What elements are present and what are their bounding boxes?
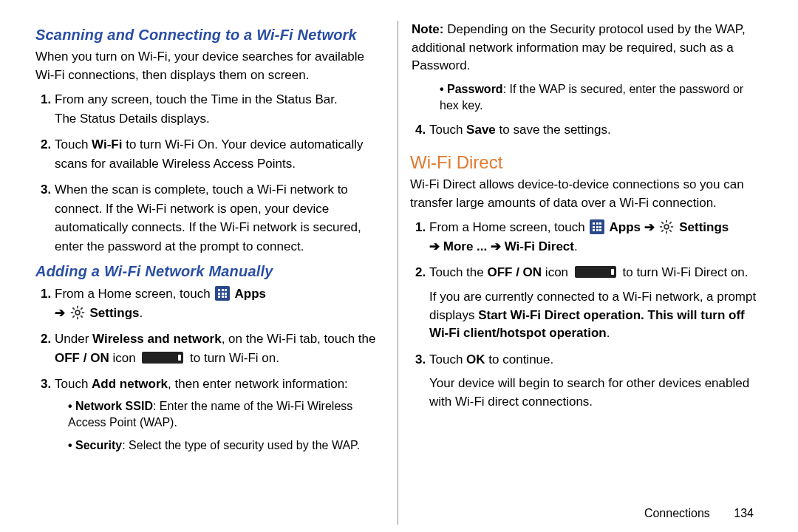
apps-icon <box>590 219 604 234</box>
heading-adding: Adding a Wi-Fi Network Manually <box>35 263 386 280</box>
apps-icon <box>215 286 230 301</box>
toggle-icon <box>142 352 183 364</box>
intro-scanning: When you turn on Wi-Fi, your device sear… <box>35 48 386 84</box>
note-block: Note: Depending on the Security protocol… <box>410 21 760 75</box>
add-step-3: Touch Add network, then enter network in… <box>55 375 386 454</box>
add-step-2: Under Wireless and network, on the Wi-Fi… <box>55 330 386 367</box>
bullet-security: Security: Select the type of security us… <box>68 437 386 454</box>
wfd-step-3: Touch OK to continue. Your device will b… <box>429 350 760 412</box>
settings-icon <box>70 305 85 320</box>
add-step-4: Touch Save to save the settings. <box>429 120 760 140</box>
scan-step-2: Touch Wi-Fi to turn Wi-Fi On. Your devic… <box>55 135 386 173</box>
password-bullet-list: Password: If the WAP is secured, enter t… <box>440 81 760 115</box>
page-footer: Connections 134 <box>644 507 754 520</box>
footer-page-number: 134 <box>734 507 754 519</box>
intro-wifi-direct: Wi-Fi Direct allows device-to-device con… <box>410 176 760 212</box>
heading-scanning: Scanning and Connecting to a Wi-Fi Netwo… <box>35 27 386 44</box>
steps-scanning: From any screen, touch the Time in the S… <box>35 90 386 256</box>
column-right: Note: Depending on the Security protocol… <box>398 21 760 525</box>
footer-section: Connections <box>644 507 710 519</box>
heading-wifi-direct: Wi-Fi Direct <box>410 152 760 173</box>
scan-step-3: When the scan is complete, touch a Wi-Fi… <box>55 180 386 256</box>
wfd-step-1: From a Home screen, touch Apps ➔ Setting… <box>429 218 760 256</box>
wfd-step-2-note: If you are currently connected to a Wi-F… <box>429 288 760 343</box>
manual-page: Scanning and Connecting to a Wi-Fi Netwo… <box>0 0 798 532</box>
add-step-3-bullets: Network SSID: Enter the name of the Wi-F… <box>68 398 386 454</box>
steps-wifi-direct: From a Home screen, touch Apps ➔ Setting… <box>410 218 760 411</box>
steps-adding-cont: Touch Save to save the settings. <box>410 120 760 140</box>
scan-step-1: From any screen, touch the Time in the S… <box>55 90 386 128</box>
column-left: Scanning and Connecting to a Wi-Fi Netwo… <box>35 21 398 525</box>
bullet-password: Password: If the WAP is secured, enter t… <box>440 81 760 115</box>
wfd-step-3-note: Your device will begin to search for oth… <box>429 375 760 411</box>
wfd-step-2: Touch the OFF / ON icon to turn Wi-Fi Di… <box>429 263 760 342</box>
bullet-ssid: Network SSID: Enter the name of the Wi-F… <box>68 398 386 432</box>
steps-adding: From a Home screen, touch Apps ➔ Setting… <box>35 284 386 454</box>
add-step-1: From a Home screen, touch Apps ➔ Setting… <box>55 284 386 322</box>
settings-icon <box>659 219 674 234</box>
toggle-icon <box>575 266 616 278</box>
